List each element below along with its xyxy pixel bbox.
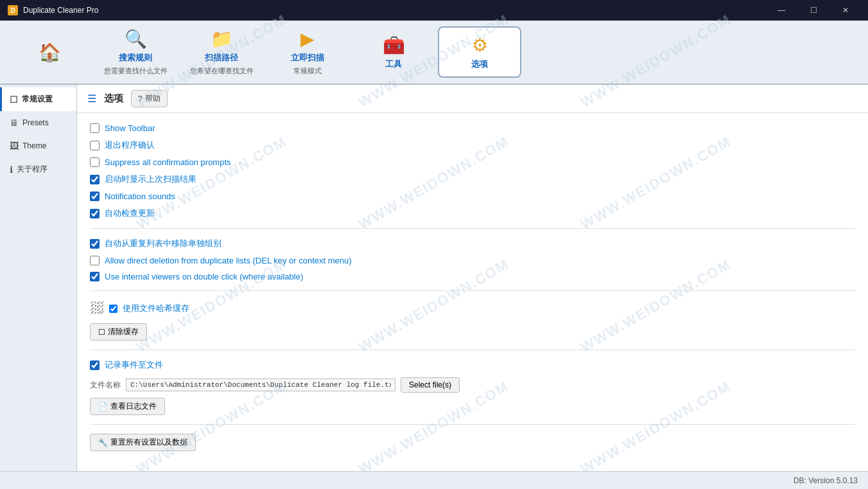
checkbox-log-to-file: 记录事件至文件 bbox=[90, 359, 855, 371]
content-panel: ☰ 选项 ? 帮助 Show Toolbar 退出程序确认 Suppress a… bbox=[77, 85, 868, 471]
cache-section: ⛆ 使用文件哈希缓存 bbox=[90, 300, 855, 317]
auto-remove-singles-label[interactable]: 自动从重复列表中移除单独组别 bbox=[105, 238, 221, 249]
app-icon: D bbox=[8, 5, 18, 15]
toolbar-tools[interactable]: 🧰 工具 bbox=[352, 26, 435, 78]
divider-1 bbox=[90, 228, 855, 229]
show-toolbar-checkbox[interactable] bbox=[90, 123, 100, 133]
view-log-button[interactable]: 📄 查看日志文件 bbox=[90, 398, 165, 415]
checkbox-internal-viewers: Use internal viewers on double click (wh… bbox=[90, 272, 855, 281]
direct-delete-checkbox[interactable] bbox=[90, 256, 100, 265]
reset-label: 重置所有设置以及数据 bbox=[110, 437, 187, 448]
options-header-title: 选项 bbox=[104, 93, 123, 105]
file-name-label: 文件名称 bbox=[90, 380, 121, 391]
main-toolbar: 🏠 🔍 搜索规则 您需要查找什么文件 📁 扫描路径 您希望在哪查找文件 ▶ 立即… bbox=[0, 21, 868, 85]
scan-path-title: 扫描路径 bbox=[205, 52, 238, 64]
log-to-file-label[interactable]: 记录事件至文件 bbox=[105, 359, 163, 371]
instant-scan-title: 立即扫描 bbox=[291, 52, 324, 64]
toolbar-search-rules[interactable]: 🔍 搜索规则 您需要查找什么文件 bbox=[94, 26, 177, 78]
search-icon: 🔍 bbox=[125, 28, 147, 49]
sidebar-item-theme[interactable]: 🖼 Theme bbox=[0, 134, 76, 157]
internal-viewers-label[interactable]: Use internal viewers on double click (wh… bbox=[105, 272, 303, 281]
notification-sounds-label[interactable]: Notification sounds bbox=[105, 191, 175, 201]
cache-icon: ⛆ bbox=[90, 300, 104, 317]
instant-scan-subtitle: 常规模式 bbox=[293, 66, 322, 76]
exit-confirm-label[interactable]: 退出程序确认 bbox=[105, 139, 155, 151]
checkbox-notification-sounds: Notification sounds bbox=[90, 191, 855, 201]
notification-sounds-checkbox[interactable] bbox=[90, 191, 100, 201]
reset-button[interactable]: 🔧 重置所有设置以及数据 bbox=[90, 434, 196, 451]
suppress-confirm-label[interactable]: Suppress all confirmation prompts bbox=[105, 157, 231, 167]
search-rules-subtitle: 您需要查找什么文件 bbox=[104, 66, 168, 76]
sidebar-label-theme: Theme bbox=[22, 141, 46, 150]
toolbar-scan-path[interactable]: 📁 扫描路径 您希望在哪查找文件 bbox=[180, 26, 263, 78]
settings-content: Show Toolbar 退出程序确认 Suppress all confirm… bbox=[77, 113, 868, 461]
minimize-button[interactable]: — bbox=[767, 0, 796, 21]
checkbox-show-last-scan: 启动时显示上次扫描结果 bbox=[90, 173, 855, 185]
sidebar-item-about[interactable]: ℹ 关于程序 bbox=[0, 157, 76, 181]
select-files-label: Select file(s) bbox=[409, 380, 451, 389]
log-to-file-checkbox[interactable] bbox=[90, 360, 100, 370]
window-controls: — ☐ ✕ bbox=[767, 0, 860, 21]
options-title: 选项 bbox=[471, 58, 488, 70]
clear-cache-icon: ☐ bbox=[98, 328, 105, 337]
checkbox-show-toolbar: Show Toolbar bbox=[90, 123, 855, 133]
checkbox-auto-remove-singles: 自动从重复列表中移除单独组别 bbox=[90, 238, 855, 249]
checkbox-exit-confirm: 退出程序确认 bbox=[90, 139, 855, 151]
options-header: ☰ 选项 ? 帮助 bbox=[77, 85, 868, 113]
select-files-button[interactable]: Select file(s) bbox=[401, 377, 460, 393]
help-button[interactable]: ? 帮助 bbox=[131, 90, 168, 107]
home-icon: 🏠 bbox=[39, 42, 61, 63]
sidebar-label-presets: Presets bbox=[22, 118, 49, 127]
reset-icon: 🔧 bbox=[98, 438, 108, 447]
scan-path-subtitle: 您希望在哪查找文件 bbox=[190, 66, 254, 76]
checkbox-auto-update: 自动检查更新 bbox=[90, 208, 855, 219]
folder-icon: 📁 bbox=[211, 28, 233, 49]
app-title: Duplicate Cleaner Pro bbox=[23, 6, 767, 15]
search-rules-title: 搜索规则 bbox=[119, 52, 152, 64]
checkbox-suppress-confirm: Suppress all confirmation prompts bbox=[90, 157, 855, 167]
divider-3 bbox=[90, 350, 855, 350]
version-text: DB: Version 5.0.13 bbox=[794, 476, 858, 485]
sidebar-label-general: 常规设置 bbox=[22, 94, 53, 105]
internal-viewers-checkbox[interactable] bbox=[90, 272, 100, 281]
exit-confirm-checkbox[interactable] bbox=[90, 141, 100, 150]
view-log-label: 查看日志文件 bbox=[110, 401, 157, 412]
checkbox-direct-delete: Allow direct deletion from duplicate lis… bbox=[90, 256, 855, 265]
sidebar: ☐ 常规设置 🖥 Presets 🖼 Theme ℹ 关于程序 bbox=[0, 85, 77, 471]
toolbar-instant-scan[interactable]: ▶ 立即扫描 常规模式 bbox=[266, 26, 349, 78]
view-log-icon: 📄 bbox=[98, 402, 108, 411]
presets-icon: 🖥 bbox=[10, 118, 19, 128]
about-icon: ℹ bbox=[10, 164, 13, 175]
show-last-scan-label[interactable]: 启动时显示上次扫描结果 bbox=[105, 173, 196, 185]
auto-update-label[interactable]: 自动检查更新 bbox=[105, 208, 155, 219]
auto-update-checkbox[interactable] bbox=[90, 209, 100, 218]
close-button[interactable]: ✕ bbox=[831, 0, 860, 21]
tools-icon: 🧰 bbox=[383, 35, 405, 56]
clear-cache-button[interactable]: ☐ 清除缓存 bbox=[90, 323, 147, 341]
hash-cache-label[interactable]: 使用文件哈希缓存 bbox=[123, 303, 189, 314]
statusbar: DB: Version 5.0.13 bbox=[0, 471, 868, 489]
divider-2 bbox=[90, 290, 855, 291]
play-icon: ▶ bbox=[300, 28, 315, 49]
toolbar-home[interactable]: 🏠 bbox=[8, 26, 91, 78]
main-area: ☐ 常规设置 🖥 Presets 🖼 Theme ℹ 关于程序 ☰ 选项 ? 帮… bbox=[0, 85, 868, 471]
direct-delete-label[interactable]: Allow direct deletion from duplicate lis… bbox=[105, 256, 352, 265]
gear-icon: ⚙ bbox=[472, 35, 488, 56]
sidebar-label-about: 关于程序 bbox=[17, 164, 48, 175]
sidebar-item-general[interactable]: ☐ 常规设置 bbox=[0, 87, 76, 111]
suppress-confirm-checkbox[interactable] bbox=[90, 157, 100, 167]
sidebar-item-presets[interactable]: 🖥 Presets bbox=[0, 111, 76, 134]
hash-cache-checkbox[interactable] bbox=[109, 305, 117, 313]
help-label: 帮助 bbox=[145, 93, 161, 104]
show-toolbar-label[interactable]: Show Toolbar bbox=[105, 123, 155, 133]
toolbar-options[interactable]: ⚙ 选项 bbox=[438, 26, 521, 78]
log-file-path-input[interactable] bbox=[126, 378, 395, 391]
auto-remove-singles-checkbox[interactable] bbox=[90, 239, 100, 249]
show-last-scan-checkbox[interactable] bbox=[90, 175, 100, 184]
help-circle-icon: ? bbox=[138, 94, 143, 103]
divider-4 bbox=[90, 424, 855, 425]
titlebar: D Duplicate Cleaner Pro — ☐ ✕ bbox=[0, 0, 868, 21]
tools-title: 工具 bbox=[385, 58, 402, 70]
maximize-button[interactable]: ☐ bbox=[799, 0, 828, 21]
filter-icon: ☰ bbox=[87, 93, 96, 105]
